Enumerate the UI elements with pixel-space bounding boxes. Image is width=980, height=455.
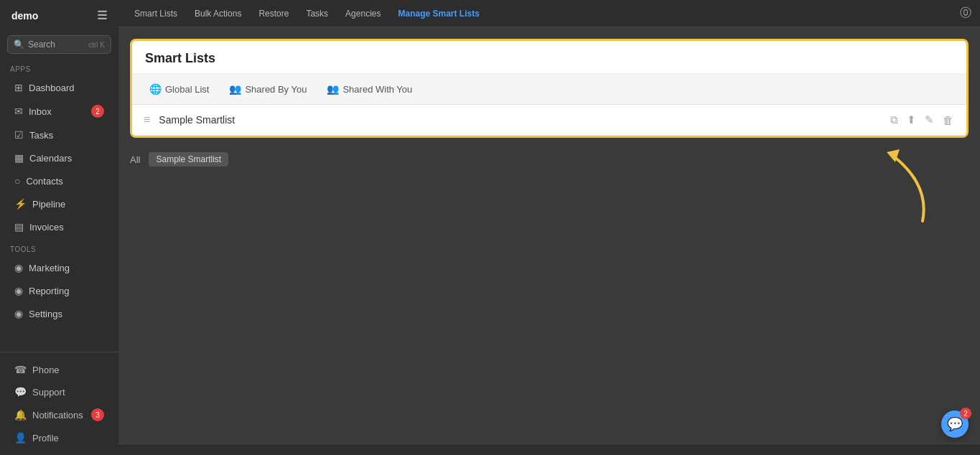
profile-icon: 👤 xyxy=(14,432,27,444)
sidebar-item-label: Notifications xyxy=(32,410,83,421)
sidebar-item-notifications[interactable]: 🔔 Notifications 3 xyxy=(4,403,114,426)
sidebar-item-calendars[interactable]: ▦ Calendars xyxy=(4,147,114,169)
delete-icon[interactable]: 🗑 xyxy=(941,113,955,128)
bottom-bar xyxy=(118,444,980,455)
filter-row: All Sample Smartlist xyxy=(130,149,969,172)
sidebar-item-label: Contacts xyxy=(26,176,62,187)
nav-manage-smart-lists[interactable]: Manage Smart Lists xyxy=(391,6,486,22)
phone-icon: ☎ xyxy=(14,364,27,375)
search-label: Search xyxy=(28,39,55,50)
inbox-icon: ✉ xyxy=(14,105,23,117)
nav-smart-lists[interactable]: Smart Lists xyxy=(127,6,185,22)
sidebar-item-profile[interactable]: 👤 Profile xyxy=(4,427,114,449)
menu-toggle-icon[interactable]: ☰ xyxy=(97,9,107,22)
panel-title: Smart Lists xyxy=(145,51,215,65)
sidebar-logo: demo ☰ xyxy=(0,0,118,31)
global-list-icon: 🌐 xyxy=(149,83,162,95)
chat-widget[interactable]: 💬 2 xyxy=(941,411,969,438)
edit-icon[interactable]: ✎ xyxy=(923,112,935,128)
tab-label: Shared With You xyxy=(342,84,412,95)
chat-icon: 💬 xyxy=(947,416,963,432)
panel-header: Smart Lists xyxy=(132,41,966,74)
notifications-badge: 3 xyxy=(91,408,104,421)
nav-tasks[interactable]: Tasks xyxy=(299,6,335,22)
shared-by-you-icon: 👥 xyxy=(229,83,241,95)
sidebar-item-label: Marketing xyxy=(29,263,70,273)
smart-lists-panel: Smart Lists 🌐 Global List 👥 Shared By Yo… xyxy=(130,39,969,138)
section-label-apps: Apps xyxy=(0,58,118,76)
tab-shared-with-you[interactable]: 👥 Shared With You xyxy=(318,80,421,98)
row-actions: ⧉ ⬆ ✎ 🗑 xyxy=(889,112,955,128)
dashboard-icon: ⊞ xyxy=(14,82,23,93)
sidebar-item-label: Reporting xyxy=(29,286,69,296)
sidebar-item-invoices[interactable]: ▤ Invoices xyxy=(4,216,114,238)
sidebar-bottom: ☎ Phone 💬 Support 🔔 Notifications 3 👤 Pr… xyxy=(0,352,118,455)
nav-restore[interactable]: Restore xyxy=(251,6,296,22)
help-icon[interactable]: ⓪ xyxy=(960,6,971,21)
content-area: Smart Lists 🌐 Global List 👥 Shared By Yo… xyxy=(118,27,980,444)
sidebar-item-tasks[interactable]: ☑ Tasks xyxy=(4,124,114,146)
logo-text: demo xyxy=(11,10,38,22)
tasks-icon: ☑ xyxy=(14,129,24,141)
tab-label: Shared By You xyxy=(245,84,307,95)
nav-agencies[interactable]: Agencies xyxy=(338,6,388,22)
sidebar-item-label: Invoices xyxy=(29,222,64,233)
tab-shared-by-you[interactable]: 👥 Shared By You xyxy=(220,80,315,98)
sidebar-item-label: Profile xyxy=(32,433,59,444)
support-icon: 💬 xyxy=(14,386,27,398)
main-content: Smart Lists Bulk Actions Restore Tasks A… xyxy=(118,0,980,455)
settings-icon: ◉ xyxy=(14,308,23,319)
pipeline-icon: ⚡ xyxy=(14,198,27,210)
invoices-icon: ▤ xyxy=(14,221,24,233)
nav-bulk-actions[interactable]: Bulk Actions xyxy=(187,6,248,22)
sidebar-item-label: Tasks xyxy=(29,130,53,141)
inbox-badge: 2 xyxy=(91,105,104,118)
sidebar-item-label: Support xyxy=(32,387,65,398)
sidebar-item-label: Phone xyxy=(32,365,60,375)
filter-all[interactable]: All xyxy=(130,154,140,165)
marketing-icon: ◉ xyxy=(14,262,23,273)
sidebar-item-settings[interactable]: ◉ Settings xyxy=(4,303,114,324)
sidebar-item-label: Pipeline xyxy=(32,199,65,210)
sidebar-item-contacts[interactable]: ○ Contacts xyxy=(4,170,114,192)
reporting-icon: ◉ xyxy=(14,285,23,296)
sidebar-item-phone[interactable]: ☎ Phone xyxy=(4,359,114,380)
panel-tabs: 🌐 Global List 👥 Shared By You 👥 Shared W… xyxy=(132,74,966,105)
sidebar-item-inbox[interactable]: ✉ Inbox 2 xyxy=(4,100,114,123)
search-bar[interactable]: 🔍 Search ctrl K xyxy=(7,35,111,54)
filter-tag[interactable]: Sample Smartlist xyxy=(149,152,228,166)
sidebar-item-pipeline[interactable]: ⚡ Pipeline xyxy=(4,193,114,215)
notifications-icon: 🔔 xyxy=(14,409,27,421)
section-label-tools: Tools xyxy=(0,238,118,256)
contacts-icon: ○ xyxy=(14,175,20,187)
smartlist-name: Sample Smartlist xyxy=(159,114,880,126)
sidebar: demo ☰ 🔍 Search ctrl K Apps ⊞ Dashboard … xyxy=(0,0,118,455)
sidebar-item-label: Calendars xyxy=(29,153,72,164)
sidebar-item-marketing[interactable]: ◉ Marketing xyxy=(4,257,114,278)
sidebar-item-label: Dashboard xyxy=(29,83,75,93)
sidebar-item-label: Settings xyxy=(29,309,62,319)
sidebar-item-reporting[interactable]: ◉ Reporting xyxy=(4,280,114,301)
copy-icon[interactable]: ⧉ xyxy=(889,112,900,128)
tab-global-list[interactable]: 🌐 Global List xyxy=(141,80,218,98)
drag-handle-icon[interactable]: ≡ xyxy=(144,113,150,126)
tab-label: Global List xyxy=(165,84,209,95)
smartlist-row: ≡ Sample Smartlist ⧉ ⬆ ✎ 🗑 xyxy=(132,105,966,136)
shared-with-you-icon: 👥 xyxy=(327,83,339,95)
sidebar-item-support[interactable]: 💬 Support xyxy=(4,381,114,403)
calendars-icon: ▦ xyxy=(14,152,24,164)
top-nav: Smart Lists Bulk Actions Restore Tasks A… xyxy=(118,0,980,27)
chat-badge: 2 xyxy=(960,408,971,419)
sidebar-item-dashboard[interactable]: ⊞ Dashboard xyxy=(4,77,114,98)
search-shortcut: ctrl K xyxy=(88,41,105,49)
sidebar-item-label: Inbox xyxy=(29,106,52,117)
search-icon: 🔍 xyxy=(14,39,24,50)
share-icon[interactable]: ⬆ xyxy=(905,112,918,128)
